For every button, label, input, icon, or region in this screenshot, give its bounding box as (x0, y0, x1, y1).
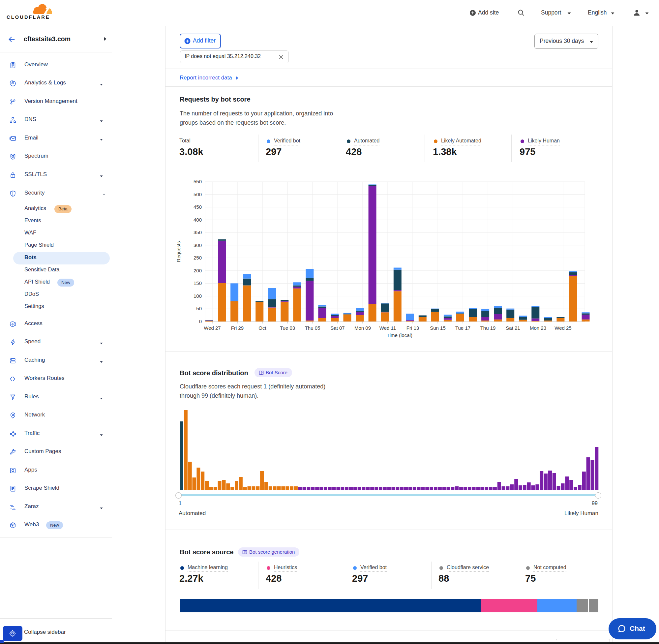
svg-text:Fri 13: Fri 13 (406, 325, 419, 331)
svg-text:Sat 21: Sat 21 (506, 325, 520, 331)
svg-text:Tue 17: Tue 17 (455, 325, 470, 331)
svg-text:Mon 09: Mon 09 (354, 325, 371, 331)
svg-text:Time (local): Time (local) (387, 332, 413, 338)
svg-text:200: 200 (193, 268, 202, 273)
svg-text:Mon 23: Mon 23 (530, 325, 546, 331)
svg-text:550: 550 (193, 179, 202, 184)
svg-text:150: 150 (193, 280, 202, 286)
svg-text:Sun 15: Sun 15 (430, 325, 446, 331)
svg-text:450: 450 (193, 204, 202, 210)
svg-text:Tue 03: Tue 03 (280, 325, 295, 331)
svg-text:Requests: Requests (176, 241, 181, 262)
svg-text:0: 0 (199, 319, 202, 324)
svg-text:300: 300 (193, 243, 202, 248)
svg-text:250: 250 (193, 255, 202, 260)
svg-text:Wed 25: Wed 25 (555, 325, 571, 331)
svg-text:400: 400 (193, 217, 202, 223)
svg-text:Thu 05: Thu 05 (305, 325, 321, 331)
svg-text:100: 100 (193, 293, 202, 299)
svg-text:Wed 27: Wed 27 (204, 325, 220, 331)
svg-text:350: 350 (193, 230, 202, 235)
svg-text:Fri 29: Fri 29 (231, 325, 244, 331)
svg-text:Oct: Oct (258, 325, 266, 331)
svg-text:50: 50 (196, 306, 202, 311)
svg-text:500: 500 (193, 191, 202, 197)
svg-text:Sat 07: Sat 07 (330, 325, 345, 331)
svg-text:Thu 19: Thu 19 (480, 325, 496, 331)
svg-text:Wed 11: Wed 11 (379, 325, 396, 331)
